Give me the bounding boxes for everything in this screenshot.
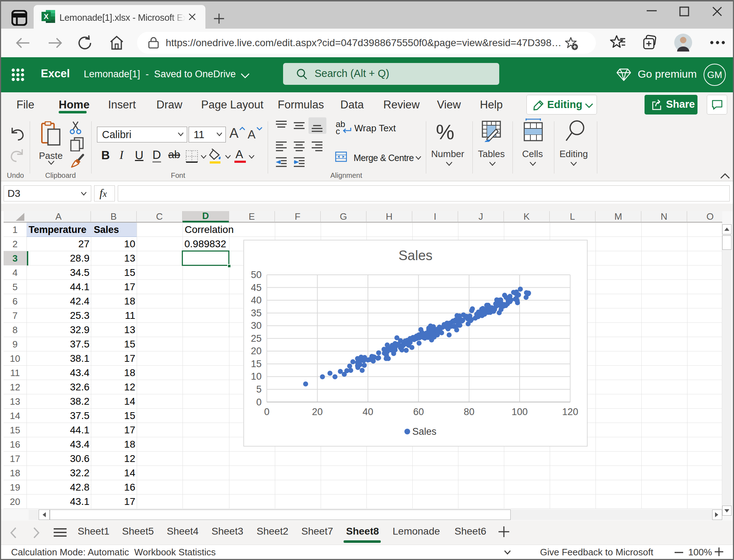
svg-text:25: 25 [251,333,262,344]
svg-text:40: 40 [363,406,373,417]
svg-text:5: 5 [256,384,262,395]
svg-text:60: 60 [413,406,424,417]
svg-text:45: 45 [251,282,262,293]
svg-text:10: 10 [251,371,262,382]
svg-text:0: 0 [264,406,269,417]
svg-text:X: X [44,13,49,20]
svg-text:0: 0 [256,397,262,408]
svg-text:20: 20 [251,346,262,356]
svg-text:Sales: Sales [398,248,432,263]
svg-text:80: 80 [464,406,475,417]
svg-text:20: 20 [312,406,323,417]
svg-text:Sales: Sales [412,426,437,437]
svg-text:35: 35 [251,308,262,318]
svg-text:50: 50 [251,269,262,280]
svg-text:40: 40 [251,295,262,306]
svg-text:100: 100 [511,406,528,417]
svg-text:120: 120 [562,406,578,417]
svg-text:15: 15 [251,359,262,369]
svg-text:30: 30 [251,320,262,331]
